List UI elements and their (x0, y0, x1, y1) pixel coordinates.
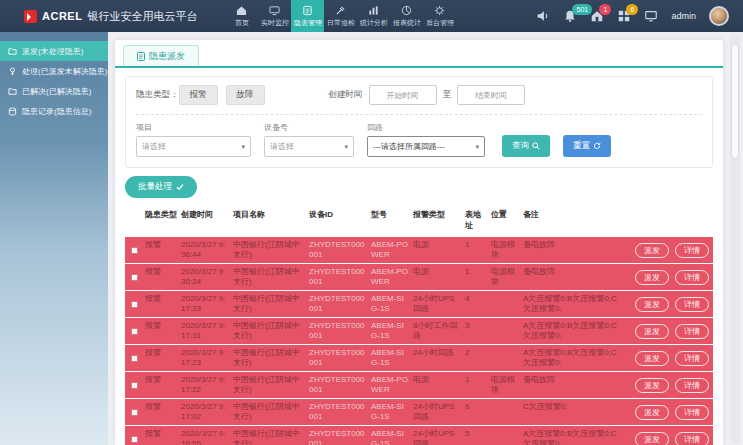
device-no-label: 设备号 (264, 122, 354, 133)
cell-device_id: ZHYDTEST000001 (307, 321, 369, 341)
cell-project: 中国银行(江阴城中支行) (231, 294, 307, 314)
dispatch-button[interactable]: 派发 (635, 297, 669, 312)
cell-alarm_type: 24小时UPS回路 (411, 429, 463, 445)
danger-type-label: 隐患类型： (136, 89, 179, 101)
column-header-remark: 备注 (521, 209, 621, 231)
reset-button-label: 重置 (573, 140, 590, 152)
dispatch-button[interactable]: 派发 (635, 324, 669, 339)
cell-location: 电源模块 (489, 375, 521, 395)
project-select[interactable]: 请选择 (136, 136, 251, 157)
dispatch-button[interactable]: 派发 (635, 432, 669, 445)
circuit-select-value: ---请选择所属回路--- (373, 141, 445, 152)
dispatch-button[interactable]: 派发 (635, 243, 669, 258)
cell-project: 中国银行(江阴城中支行) (231, 240, 307, 260)
nav-item-report-stats[interactable]: 报表统计 (390, 0, 423, 32)
bell-count-badge: 501 (572, 4, 592, 15)
detail-button[interactable]: 详情 (675, 378, 709, 393)
bell-icon[interactable]: 501 (563, 9, 577, 23)
tab-danger-dispatch[interactable]: 隐患派发 (123, 45, 199, 66)
apps-grid-icon[interactable]: 6 (617, 9, 631, 23)
row-checkbox[interactable] (131, 355, 138, 362)
cell-location: 电源模块 (489, 240, 521, 260)
start-time-input[interactable] (369, 85, 437, 105)
cell-time: 2020/3/27 9:30:24 (179, 267, 231, 287)
table-row: 报警2020/3/27 9:17:33中国银行(江阴城中支行)ZHYDTEST0… (125, 291, 713, 317)
cell-remark: A欠压报警0;B欠压报警0;C欠压报警0; (521, 294, 621, 314)
danger-type-button-alarm[interactable]: 报警 (179, 85, 218, 105)
monitor-icon[interactable] (644, 9, 658, 23)
detail-button[interactable]: 详情 (675, 270, 709, 285)
dispatch-button[interactable]: 派发 (635, 351, 669, 366)
sidebar-item-resolved[interactable]: 已解决(已解决隐患) (0, 81, 108, 101)
platform-name: 银行业安全用电云平台 (87, 9, 197, 24)
cell-type: 报警 (143, 375, 179, 385)
cell-type: 报警 (143, 402, 179, 412)
row-checkbox[interactable] (131, 382, 138, 389)
nav-item-label: 实时监控 (261, 18, 289, 28)
dispatch-button[interactable]: 派发 (635, 378, 669, 393)
nav-item-realtime-monitor[interactable]: 实时监控 (258, 0, 291, 32)
cell-remark: 备电故障 (521, 240, 621, 250)
cell-alarm_type: 24小时UPS回路 (411, 294, 463, 314)
header-right: 501 1 6 admin (536, 6, 743, 26)
row-checkbox[interactable] (131, 328, 138, 335)
cell-time: 2020/3/27 9:17:22 (179, 375, 231, 395)
cell-time: 2020/3/27 9:17:31 (179, 321, 231, 341)
main-card: 隐患派发 隐患类型： 报警故障 创建时间 至 项目 请选择 设备号 请选择 (115, 40, 723, 445)
nav-item-stats-analysis[interactable]: 统计分析 (357, 0, 390, 32)
cell-location: 电源模块 (489, 267, 521, 287)
detail-button[interactable]: 详情 (675, 351, 709, 366)
nav-item-danger-management[interactable]: 隐患管理 (291, 0, 324, 32)
row-checkbox[interactable] (131, 301, 138, 308)
cell-model: ABEM-POWER (369, 267, 411, 287)
alarm-count-badge: 1 (599, 4, 611, 15)
cell-project: 中国银行(江阴城中支行) (231, 429, 307, 445)
search-button[interactable]: 查询 (502, 135, 550, 157)
table-row: 报警2020/3/27 9:36:44中国银行(江阴城中支行)ZHYDTEST0… (125, 237, 713, 263)
nav-item-label: 后台管理 (426, 18, 454, 28)
cell-type: 报警 (143, 240, 179, 250)
nav-item-backend-admin[interactable]: 后台管理 (423, 0, 456, 32)
reset-button[interactable]: 重置 (563, 135, 611, 157)
column-header-address: 表地址 (463, 209, 489, 231)
batch-process-button[interactable]: 批量处理 (125, 176, 197, 198)
detail-button[interactable]: 详情 (675, 324, 709, 339)
speaker-icon[interactable] (536, 9, 550, 23)
row-actions: 派发详情 (621, 297, 713, 312)
dispatch-button[interactable]: 派发 (635, 405, 669, 420)
detail-button[interactable]: 详情 (675, 297, 709, 312)
cell-time: 2020/3/27 9:17:02 (179, 402, 231, 422)
sidebar-menu: 派发(未处理隐患)处理(已派发未解决隐患)已解决(已解决隐患)隐患记录(隐患信息… (0, 32, 108, 121)
cell-address: 1 (463, 240, 489, 250)
sidebar-item-process-dispatched[interactable]: 处理(已派发未解决隐患) (0, 61, 108, 81)
detail-button[interactable]: 详情 (675, 405, 709, 420)
row-actions: 派发详情 (621, 378, 713, 393)
danger-type-button-fault[interactable]: 故障 (226, 85, 265, 105)
row-checkbox[interactable] (131, 436, 138, 443)
detail-button[interactable]: 详情 (675, 432, 709, 445)
cell-remark: A欠压报警0;B欠压报警0;C欠压报警0; (521, 348, 621, 368)
circuit-select[interactable]: ---请选择所属回路--- (367, 136, 485, 157)
user-name[interactable]: admin (671, 11, 696, 21)
cell-address: 4 (463, 294, 489, 304)
row-checkbox[interactable] (131, 409, 138, 416)
row-checkbox[interactable] (131, 274, 138, 281)
nav-item-daily-inspection[interactable]: 日常巡检 (324, 0, 357, 32)
user-avatar[interactable] (709, 6, 729, 26)
tab-bar: 隐患派发 (115, 40, 723, 68)
column-header-location: 位置 (489, 209, 521, 231)
sidebar-item-dispatch-pending[interactable]: 派发(未处理隐患) (0, 41, 108, 61)
dispatch-button[interactable]: 派发 (635, 270, 669, 285)
end-time-input[interactable] (457, 85, 525, 105)
scrollbar-track[interactable] (730, 34, 740, 443)
sidebar: 派发(未处理隐患)处理(已派发未解决隐患)已解决(已解决隐患)隐患记录(隐患信息… (0, 32, 108, 445)
cell-remark: A欠压报警0;B欠压报警0;C欠压报警0; (521, 321, 621, 341)
row-checkbox[interactable] (131, 247, 138, 254)
nav-item-home[interactable]: 首页 (225, 0, 258, 32)
sidebar-item-danger-records[interactable]: 隐患记录(隐患信息) (0, 101, 108, 121)
device-no-select[interactable]: 请选择 (264, 136, 354, 157)
scrollbar-thumb[interactable] (731, 44, 739, 159)
detail-button[interactable]: 详情 (675, 243, 709, 258)
sidebar-item-label: 处理(已派发未解决隐患) (22, 66, 107, 77)
alarm-home-icon[interactable]: 1 (590, 9, 604, 23)
